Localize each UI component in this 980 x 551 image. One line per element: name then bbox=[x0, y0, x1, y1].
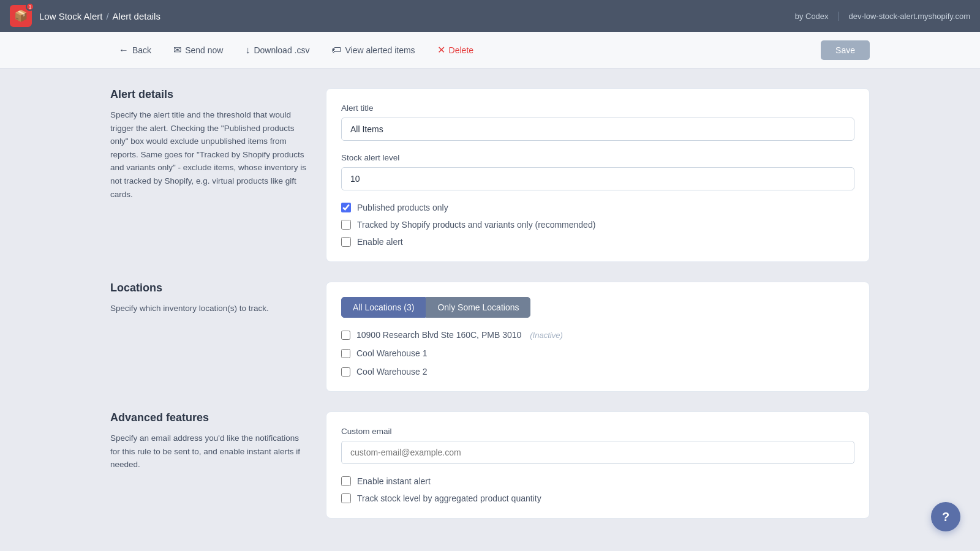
location-checkbox-2[interactable] bbox=[341, 349, 350, 358]
alert-details-section: Alert details Specify the alert title an… bbox=[110, 88, 870, 262]
location-item-1[interactable]: 10900 Research Blvd Ste 160C, PMB 3010 (… bbox=[341, 330, 854, 340]
location-checkbox-1[interactable] bbox=[341, 331, 350, 340]
enable-alert-checkbox[interactable] bbox=[341, 237, 351, 247]
enable-instant-alert-checkbox-item[interactable]: Enable instant alert bbox=[341, 476, 854, 486]
locations-section: Locations Specify which inventory locati… bbox=[110, 282, 870, 392]
view-alerted-button[interactable]: 🏷 View alerted items bbox=[323, 40, 423, 61]
inactive-badge-1: (Inactive) bbox=[530, 331, 562, 340]
email-icon: ✉ bbox=[173, 44, 181, 56]
custom-email-input[interactable] bbox=[341, 441, 854, 464]
all-locations-button[interactable]: All Locations (3) bbox=[341, 297, 426, 318]
send-now-label: Send now bbox=[185, 45, 223, 55]
tracked-shopify-checkbox-item[interactable]: Tracked by Shopify products and variants… bbox=[341, 220, 854, 230]
toolbar: ← Back ✉ Send now ↓ Download .csv 🏷 View… bbox=[0, 32, 980, 69]
published-products-checkbox[interactable] bbox=[341, 203, 351, 212]
custom-email-group: Custom email bbox=[341, 427, 854, 464]
custom-email-label: Custom email bbox=[341, 427, 854, 436]
location-item-3[interactable]: Cool Warehouse 2 bbox=[341, 367, 854, 377]
advanced-label: Advanced features Specify an email addre… bbox=[110, 411, 306, 471]
delete-label: Delete bbox=[449, 45, 473, 55]
app-icon: 📦 1 bbox=[10, 5, 32, 27]
advanced-section: Advanced features Specify an email addre… bbox=[110, 411, 870, 519]
advanced-description: Specify an email address you'd like the … bbox=[110, 432, 306, 471]
advanced-checkboxes: Enable instant alert Track stock level b… bbox=[341, 476, 854, 503]
alert-details-card: Alert title Stock alert level Published … bbox=[326, 88, 870, 262]
locations-heading: Locations bbox=[110, 282, 306, 294]
download-csv-button[interactable]: ↓ Download .csv bbox=[236, 40, 318, 61]
alert-title-group: Alert title bbox=[341, 103, 854, 141]
save-button[interactable]: Save bbox=[821, 40, 870, 60]
tracked-shopify-label: Tracked by Shopify products and variants… bbox=[357, 220, 595, 230]
location-item-2[interactable]: Cool Warehouse 1 bbox=[341, 348, 854, 358]
track-stock-level-label: Track stock level by aggregated product … bbox=[357, 493, 541, 503]
alert-details-description: Specify the alert title and the threshol… bbox=[110, 108, 306, 201]
advanced-card: Custom email Enable instant alert Track … bbox=[326, 411, 870, 519]
location-list: 10900 Research Blvd Ste 160C, PMB 3010 (… bbox=[341, 330, 854, 377]
location-name-2: Cool Warehouse 1 bbox=[356, 348, 427, 358]
back-icon: ← bbox=[119, 45, 129, 56]
domain-label: dev-low-stock-alert.myshopify.com bbox=[839, 12, 970, 21]
stock-level-group: Stock alert level bbox=[341, 153, 854, 190]
app-name: Low Stock Alert bbox=[39, 11, 102, 21]
stock-level-input[interactable] bbox=[341, 167, 854, 190]
alert-title-label: Alert title bbox=[341, 103, 854, 113]
alert-details-heading: Alert details bbox=[110, 88, 306, 101]
page-title: Alert details bbox=[113, 11, 160, 21]
stock-level-label: Stock alert level bbox=[341, 153, 854, 162]
by-codex-label: by Codex bbox=[795, 12, 839, 21]
advanced-heading: Advanced features bbox=[110, 411, 306, 424]
alert-title-input[interactable] bbox=[341, 118, 854, 141]
main-content: Alert details Specify the alert title an… bbox=[0, 69, 980, 538]
delete-button[interactable]: ✕ Delete bbox=[429, 39, 482, 61]
enable-instant-alert-checkbox[interactable] bbox=[341, 476, 351, 486]
enable-alert-label: Enable alert bbox=[357, 237, 403, 247]
alert-details-label: Alert details Specify the alert title an… bbox=[110, 88, 306, 201]
tracked-shopify-checkbox[interactable] bbox=[341, 220, 351, 230]
location-name-3: Cool Warehouse 2 bbox=[356, 367, 427, 377]
enable-alert-checkbox-item[interactable]: Enable alert bbox=[341, 237, 854, 247]
alert-checkboxes: Published products only Tracked by Shopi… bbox=[341, 203, 854, 247]
help-button[interactable]: ? bbox=[931, 502, 960, 531]
back-button[interactable]: ← Back bbox=[110, 40, 160, 61]
view-alerted-label: View alerted items bbox=[345, 45, 415, 55]
published-products-label: Published products only bbox=[357, 203, 448, 212]
download-icon: ↓ bbox=[245, 45, 250, 56]
back-label: Back bbox=[132, 45, 151, 55]
locations-card: All Locations (3) Only Some Locations 10… bbox=[326, 282, 870, 392]
enable-instant-alert-label: Enable instant alert bbox=[357, 476, 431, 486]
tag-icon: 🏷 bbox=[331, 45, 341, 56]
track-stock-level-checkbox-item[interactable]: Track stock level by aggregated product … bbox=[341, 493, 854, 503]
topbar-left: 📦 1 Low Stock Alert / Alert details bbox=[10, 5, 160, 27]
some-locations-button[interactable]: Only Some Locations bbox=[426, 297, 530, 318]
location-name-1: 10900 Research Blvd Ste 160C, PMB 3010 bbox=[356, 330, 521, 340]
send-now-button[interactable]: ✉ Send now bbox=[165, 39, 232, 61]
breadcrumb-sep: / bbox=[106, 11, 108, 21]
locations-label: Locations Specify which inventory locati… bbox=[110, 282, 306, 315]
download-label: Download .csv bbox=[254, 45, 309, 55]
published-products-checkbox-item[interactable]: Published products only bbox=[341, 203, 854, 212]
locations-description: Specify which inventory location(s) to t… bbox=[110, 302, 306, 315]
track-stock-level-checkbox[interactable] bbox=[341, 493, 351, 503]
topbar: 📦 1 Low Stock Alert / Alert details by C… bbox=[0, 0, 980, 32]
delete-icon: ✕ bbox=[437, 44, 445, 56]
topbar-title: Low Stock Alert / Alert details bbox=[39, 11, 160, 21]
location-toggle-group: All Locations (3) Only Some Locations bbox=[341, 297, 854, 318]
location-checkbox-3[interactable] bbox=[341, 367, 350, 377]
topbar-right: by Codex dev-low-stock-alert.myshopify.c… bbox=[795, 12, 970, 21]
